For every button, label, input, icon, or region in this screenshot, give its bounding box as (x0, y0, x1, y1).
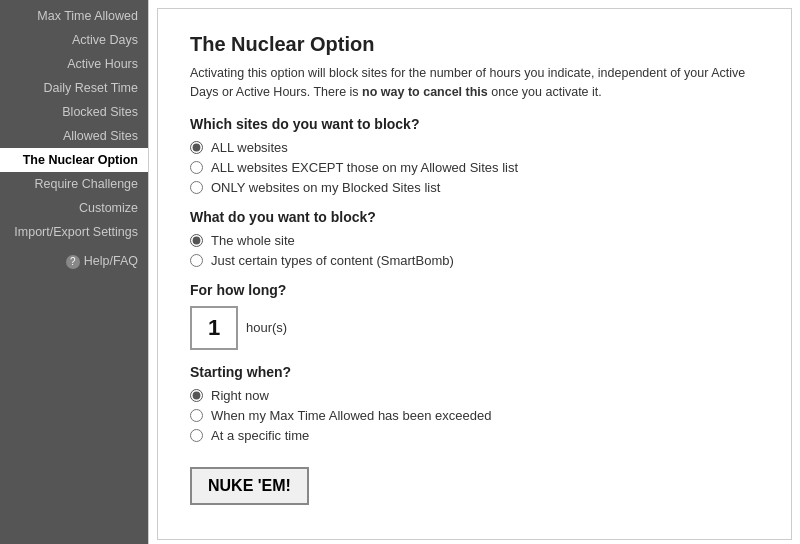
section-what-block: What do you want to block? The whole sit… (190, 209, 759, 268)
duration-input[interactable] (190, 306, 238, 350)
sidebar-item-max-time-allowed[interactable]: Max Time Allowed (0, 4, 148, 28)
sidebar-item-import-export[interactable]: Import/Export Settings (0, 220, 148, 244)
starting-options: Right nowWhen my Max Time Allowed has be… (190, 388, 759, 443)
label-only-blocked: ONLY websites on my Blocked Sites list (211, 180, 440, 195)
sidebar-item-nuclear-option[interactable]: The Nuclear Option (0, 148, 148, 172)
radio-only-blocked[interactable] (190, 181, 203, 194)
radio-option-whole-site: The whole site (190, 233, 759, 248)
radio-option-only-blocked: ONLY websites on my Blocked Sites list (190, 180, 759, 195)
radio-option-specific-time: At a specific time (190, 428, 759, 443)
sidebar-item-customize[interactable]: Customize (0, 196, 148, 220)
nuke-button[interactable]: NUKE 'EM! (190, 467, 309, 505)
sidebar-help[interactable]: ?Help/FAQ (0, 248, 148, 275)
what-block-options: The whole siteJust certain types of cont… (190, 233, 759, 268)
sidebar-item-daily-reset-time[interactable]: Daily Reset Time (0, 76, 148, 100)
label-right-now: Right now (211, 388, 269, 403)
section-starting: Starting when? Right nowWhen my Max Time… (190, 364, 759, 443)
label-all-websites: ALL websites (211, 140, 288, 155)
sidebar-item-blocked-sites[interactable]: Blocked Sites (0, 100, 148, 124)
radio-right-now[interactable] (190, 389, 203, 402)
radio-whole-site[interactable] (190, 234, 203, 247)
what-block-title: What do you want to block? (190, 209, 759, 225)
sidebar-item-active-days[interactable]: Active Days (0, 28, 148, 52)
radio-option-all-websites: ALL websites (190, 140, 759, 155)
sidebar: Max Time AllowedActive DaysActive HoursD… (0, 0, 148, 544)
sidebar-item-allowed-sites[interactable]: Allowed Sites (0, 124, 148, 148)
label-max-exceeded: When my Max Time Allowed has been exceed… (211, 408, 491, 423)
radio-max-exceeded[interactable] (190, 409, 203, 422)
which-sites-options: ALL websitesALL websites EXCEPT those on… (190, 140, 759, 195)
radio-option-all-except-allowed: ALL websites EXCEPT those on my Allowed … (190, 160, 759, 175)
starting-title: Starting when? (190, 364, 759, 380)
duration-unit: hour(s) (246, 320, 287, 335)
duration-title: For how long? (190, 282, 759, 298)
label-smartbomb: Just certain types of content (SmartBomb… (211, 253, 454, 268)
section-duration: For how long? hour(s) (190, 282, 759, 350)
sidebar-item-require-challenge[interactable]: Require Challenge (0, 172, 148, 196)
content-panel: The Nuclear Option Activating this optio… (157, 8, 792, 540)
duration-input-row: hour(s) (190, 306, 759, 350)
which-sites-title: Which sites do you want to block? (190, 116, 759, 132)
radio-option-right-now: Right now (190, 388, 759, 403)
page-content: The Nuclear Option Activating this optio… (172, 21, 777, 527)
label-specific-time: At a specific time (211, 428, 309, 443)
main-content: The Nuclear Option Activating this optio… (148, 0, 800, 544)
radio-option-max-exceeded: When my Max Time Allowed has been exceed… (190, 408, 759, 423)
radio-option-smartbomb: Just certain types of content (SmartBomb… (190, 253, 759, 268)
label-whole-site: The whole site (211, 233, 295, 248)
radio-all-except-allowed[interactable] (190, 161, 203, 174)
radio-smartbomb[interactable] (190, 254, 203, 267)
section-which-sites: Which sites do you want to block? ALL we… (190, 116, 759, 195)
desc-part2: once you activate it. (488, 85, 602, 99)
page-title: The Nuclear Option (190, 33, 759, 56)
radio-all-websites[interactable] (190, 141, 203, 154)
sidebar-item-active-hours[interactable]: Active Hours (0, 52, 148, 76)
help-icon: ? (66, 255, 80, 269)
desc-bold: no way to cancel this (362, 85, 488, 99)
label-all-except-allowed: ALL websites EXCEPT those on my Allowed … (211, 160, 518, 175)
page-description: Activating this option will block sites … (190, 64, 759, 102)
radio-specific-time[interactable] (190, 429, 203, 442)
